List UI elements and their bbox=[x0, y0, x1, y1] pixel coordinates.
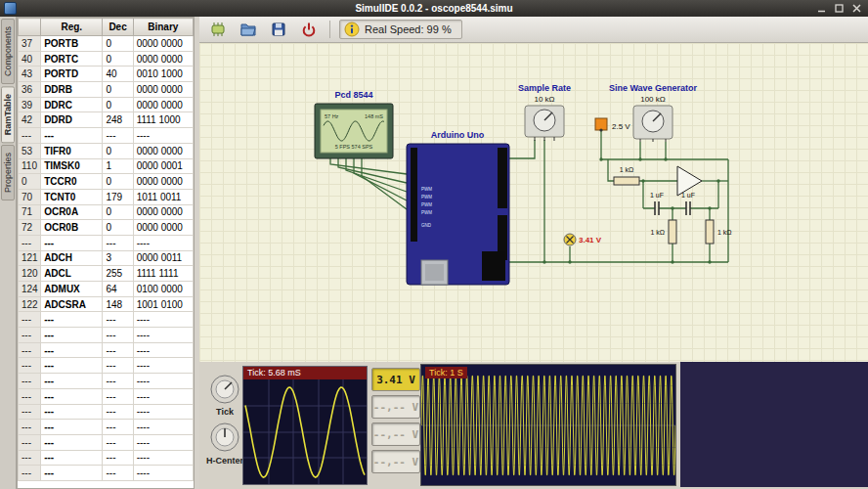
row-cell: ---- bbox=[133, 374, 193, 389]
row-cell: OCR0B bbox=[41, 220, 103, 236]
close-icon[interactable] bbox=[851, 3, 862, 14]
row-address: 72 bbox=[19, 220, 41, 236]
row-address: 36 bbox=[19, 82, 41, 98]
probe-value: 3.41 V bbox=[579, 236, 602, 244]
table-row[interactable]: 39DDRC00000 0000 bbox=[19, 97, 194, 112]
new-circuit-button[interactable] bbox=[206, 18, 230, 41]
row-cell: 0 bbox=[103, 97, 133, 112]
table-row[interactable]: ------------- bbox=[19, 358, 194, 374]
oscilloscope-display bbox=[243, 379, 367, 484]
row-cell: ---- bbox=[133, 235, 193, 250]
row-address: --- bbox=[19, 374, 41, 389]
table-row[interactable]: ------------- bbox=[19, 450, 194, 466]
voltage-source[interactable]: 2.5 V bbox=[595, 118, 630, 132]
table-row[interactable]: ------------- bbox=[19, 374, 194, 389]
tab-ramtable[interactable]: RamTable bbox=[1, 86, 15, 143]
plotter: Tick: 1 S bbox=[420, 364, 676, 486]
row-cell: 255 bbox=[103, 266, 133, 282]
table-row[interactable]: ------------- bbox=[19, 128, 194, 144]
table-row[interactable]: ------------- bbox=[19, 328, 194, 343]
power-jack bbox=[482, 251, 505, 281]
row-address: 39 bbox=[19, 97, 41, 112]
row-cell: 0000 0001 bbox=[133, 158, 193, 174]
table-row[interactable]: ------------- bbox=[19, 466, 194, 481]
header-binary: Binary bbox=[133, 19, 193, 36]
table-row[interactable]: 110TIMSK010000 0001 bbox=[19, 158, 194, 174]
power-button[interactable] bbox=[297, 18, 321, 41]
tab-components[interactable]: Components bbox=[1, 19, 15, 84]
row-cell: 0000 0000 bbox=[133, 143, 193, 158]
row-address: --- bbox=[19, 434, 41, 450]
row-cell: ADCSRA bbox=[41, 296, 103, 312]
table-row[interactable]: 40PORTC00000 0000 bbox=[19, 51, 194, 67]
row-address: --- bbox=[19, 404, 41, 420]
row-cell: --- bbox=[103, 342, 133, 358]
row-address: --- bbox=[19, 342, 41, 358]
table-row[interactable]: ------------- bbox=[19, 312, 194, 328]
tab-properties[interactable]: Properties bbox=[1, 145, 15, 200]
row-cell: 40 bbox=[103, 67, 133, 82]
channel-3-value[interactable]: --,-- V bbox=[371, 422, 420, 446]
table-row[interactable]: 121ADCH30000 0011 bbox=[19, 250, 194, 266]
table-row[interactable]: 120ADCL2551111 1111 bbox=[19, 266, 194, 282]
open-button[interactable] bbox=[237, 18, 260, 41]
pcd8544-display[interactable]: Pcd 8544 57 Hz 148 mS 5 FPS 574 SPS bbox=[315, 90, 393, 158]
table-row[interactable]: ------------- bbox=[19, 235, 194, 250]
row-cell: ---- bbox=[133, 312, 193, 328]
table-row[interactable]: 0TCCR000000 0000 bbox=[19, 174, 194, 190]
table-row[interactable]: 43PORTD400010 1000 bbox=[19, 67, 194, 82]
table-row[interactable]: 72OCR0B00000 0000 bbox=[19, 220, 194, 236]
row-cell: ADCH bbox=[41, 250, 103, 266]
row-cell: DDRD bbox=[41, 112, 103, 128]
resistors[interactable]: 1 kΩ 1 kΩ 1 kΩ bbox=[614, 166, 732, 244]
table-row[interactable]: ------------- bbox=[19, 420, 194, 435]
channel-2-value[interactable]: --,-- V bbox=[371, 395, 420, 419]
row-cell: 0000 0000 bbox=[133, 97, 193, 112]
row-cell: 0010 1000 bbox=[133, 67, 193, 82]
row-cell: ADCL bbox=[41, 266, 103, 282]
row-cell: 1111 1000 bbox=[133, 112, 193, 128]
table-row[interactable]: 42DDRD2481111 1000 bbox=[19, 112, 194, 128]
table-row[interactable]: 124ADMUX640100 0000 bbox=[19, 282, 194, 297]
channel-1-value[interactable]: 3.41 V bbox=[371, 368, 420, 391]
table-row[interactable]: 71OCR0A00000 0000 bbox=[19, 204, 194, 220]
circuit-canvas[interactable]: Pcd 8544 57 Hz 148 mS 5 FPS 574 SPS Ardu… bbox=[199, 43, 868, 362]
capacitor-label-1: 1 uF bbox=[650, 192, 664, 199]
row-cell: --- bbox=[103, 450, 133, 466]
row-address: 70 bbox=[19, 189, 41, 204]
row-cell: 0 bbox=[103, 174, 133, 190]
sine-wave-generator-pot[interactable]: Sine Wave Generator 100 kΩ bbox=[609, 83, 698, 142]
channel-4-value[interactable]: --,-- V bbox=[371, 450, 420, 473]
table-row[interactable]: ------------- bbox=[19, 404, 194, 420]
table-row[interactable]: 53TIFR000000 0000 bbox=[19, 143, 194, 158]
table-row[interactable]: ------------- bbox=[19, 342, 194, 358]
row-cell: 0000 0000 bbox=[133, 36, 193, 52]
save-button[interactable] bbox=[267, 18, 290, 41]
row-address: --- bbox=[19, 450, 41, 466]
row-cell: TIFR0 bbox=[41, 143, 103, 158]
row-cell: --- bbox=[41, 358, 103, 374]
voltage-source-label: 2.5 V bbox=[612, 122, 630, 131]
sine-gen-label: Sine Wave Generator bbox=[609, 83, 698, 93]
real-speed-box: Real Speed: 99 % bbox=[339, 20, 462, 39]
toolbar: Real Speed: 99 % bbox=[199, 17, 868, 43]
header-reg: Reg. bbox=[41, 19, 103, 36]
maximize-icon[interactable] bbox=[834, 3, 845, 14]
row-address: --- bbox=[19, 235, 41, 250]
sample-rate-pot[interactable]: Sample Rate 10 kΩ bbox=[518, 83, 571, 141]
row-cell: ---- bbox=[133, 388, 193, 404]
table-row[interactable]: ------------- bbox=[19, 434, 194, 450]
table-row[interactable]: 37PORTB00000 0000 bbox=[19, 36, 194, 52]
table-row[interactable]: 122ADCSRA1481001 0100 bbox=[19, 296, 194, 312]
minimize-icon[interactable] bbox=[816, 3, 827, 14]
row-cell: 0 bbox=[103, 51, 133, 67]
voltage-probe[interactable]: 3.41 V bbox=[564, 234, 602, 245]
lcd-stat-fps: 5 FPS 574 SPS bbox=[335, 144, 373, 150]
h-center-knob[interactable] bbox=[209, 422, 240, 453]
table-row[interactable]: 70TCNT01791011 0011 bbox=[19, 189, 194, 204]
table-row[interactable]: ------------- bbox=[19, 388, 194, 404]
table-row[interactable]: 36DDRB00000 0000 bbox=[19, 82, 194, 98]
tick-knob[interactable] bbox=[209, 374, 240, 405]
row-cell: 0000 0011 bbox=[133, 250, 193, 266]
arduino-uno[interactable]: Arduino Uno PWM PWM PWM PWM GND bbox=[407, 130, 509, 285]
